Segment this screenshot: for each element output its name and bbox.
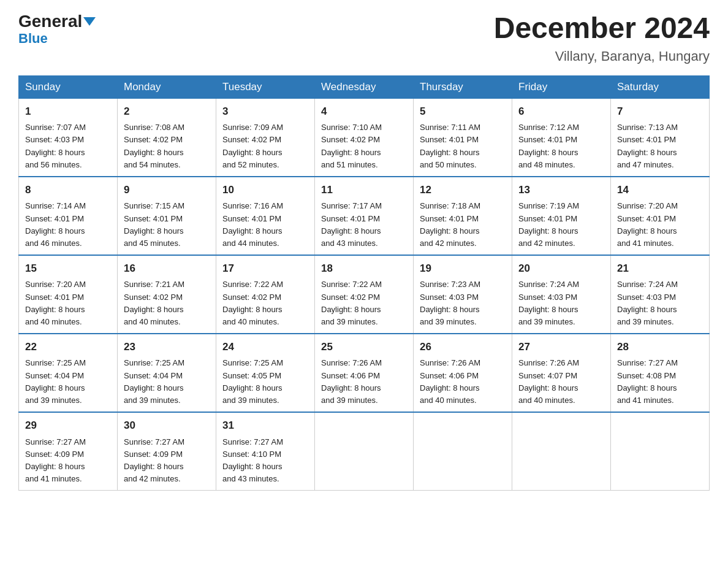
day-info: Sunrise: 7:27 AMSunset: 4:09 PMDaylight:…: [25, 437, 86, 483]
day-cell: 21 Sunrise: 7:24 AMSunset: 4:03 PMDaylig…: [611, 255, 710, 334]
header-sunday: Sunday: [19, 75, 118, 98]
day-cell: 4 Sunrise: 7:10 AMSunset: 4:02 PMDayligh…: [315, 98, 414, 177]
day-cell: 27 Sunrise: 7:26 AMSunset: 4:07 PMDaylig…: [512, 334, 611, 412]
day-info: Sunrise: 7:26 AMSunset: 4:06 PMDaylight:…: [420, 358, 480, 404]
day-number: 17: [222, 261, 308, 277]
day-cell: 13 Sunrise: 7:19 AMSunset: 4:01 PMDaylig…: [512, 177, 611, 255]
day-cell: 22 Sunrise: 7:25 AMSunset: 4:04 PMDaylig…: [19, 334, 118, 412]
day-cell: 11 Sunrise: 7:17 AMSunset: 4:01 PMDaylig…: [315, 177, 414, 255]
week-row-4: 22 Sunrise: 7:25 AMSunset: 4:04 PMDaylig…: [19, 334, 710, 412]
header-saturday: Saturday: [611, 75, 710, 98]
day-info: Sunrise: 7:27 AMSunset: 4:10 PMDaylight:…: [222, 437, 283, 483]
header-row: SundayMondayTuesdayWednesdayThursdayFrid…: [19, 75, 710, 98]
day-number: 30: [124, 418, 210, 434]
day-cell: 3 Sunrise: 7:09 AMSunset: 4:02 PMDayligh…: [216, 98, 315, 177]
day-info: Sunrise: 7:16 AMSunset: 4:01 PMDaylight:…: [222, 201, 283, 247]
day-number: 18: [321, 261, 407, 277]
header-monday: Monday: [118, 75, 216, 98]
day-info: Sunrise: 7:20 AMSunset: 4:01 PMDaylight:…: [25, 280, 86, 326]
title-section: December 2024 Villany, Baranya, Hungary: [494, 12, 710, 64]
day-number: 20: [518, 261, 604, 277]
day-cell: 14 Sunrise: 7:20 AMSunset: 4:01 PMDaylig…: [611, 177, 710, 255]
day-number: 26: [420, 339, 506, 355]
day-number: 23: [124, 339, 210, 355]
day-info: Sunrise: 7:11 AMSunset: 4:01 PMDaylight:…: [420, 123, 480, 169]
day-number: 27: [518, 339, 604, 355]
day-info: Sunrise: 7:14 AMSunset: 4:01 PMDaylight:…: [25, 201, 86, 247]
day-number: 2: [124, 104, 210, 120]
day-cell: 15 Sunrise: 7:20 AMSunset: 4:01 PMDaylig…: [19, 255, 118, 334]
day-number: 6: [518, 104, 604, 120]
day-cell: 17 Sunrise: 7:22 AMSunset: 4:02 PMDaylig…: [216, 255, 315, 334]
header-wednesday: Wednesday: [315, 75, 414, 98]
logo-text: General: [18, 12, 96, 31]
header-friday: Friday: [512, 75, 611, 98]
day-cell: 7 Sunrise: 7:13 AMSunset: 4:01 PMDayligh…: [611, 98, 710, 177]
day-number: 14: [617, 182, 703, 198]
day-cell: 16 Sunrise: 7:21 AMSunset: 4:02 PMDaylig…: [118, 255, 216, 334]
day-number: 22: [25, 339, 111, 355]
day-cell: 26 Sunrise: 7:26 AMSunset: 4:06 PMDaylig…: [414, 334, 512, 412]
day-number: 16: [124, 261, 210, 277]
day-number: 28: [617, 339, 703, 355]
day-cell: 19 Sunrise: 7:23 AMSunset: 4:03 PMDaylig…: [414, 255, 512, 334]
day-number: 19: [420, 261, 506, 277]
day-number: 25: [321, 339, 407, 355]
day-info: Sunrise: 7:18 AMSunset: 4:01 PMDaylight:…: [420, 201, 480, 247]
day-info: Sunrise: 7:19 AMSunset: 4:01 PMDaylight:…: [518, 201, 579, 247]
day-cell: 20 Sunrise: 7:24 AMSunset: 4:03 PMDaylig…: [512, 255, 611, 334]
logo-blue: Blue: [18, 31, 48, 46]
day-number: 7: [617, 104, 703, 120]
day-number: 1: [25, 104, 111, 120]
day-info: Sunrise: 7:22 AMSunset: 4:02 PMDaylight:…: [321, 280, 382, 326]
day-info: Sunrise: 7:23 AMSunset: 4:03 PMDaylight:…: [420, 280, 480, 326]
day-info: Sunrise: 7:24 AMSunset: 4:03 PMDaylight:…: [518, 280, 579, 326]
day-number: 21: [617, 261, 703, 277]
day-cell: 23 Sunrise: 7:25 AMSunset: 4:04 PMDaylig…: [118, 334, 216, 412]
day-cell: 5 Sunrise: 7:11 AMSunset: 4:01 PMDayligh…: [414, 98, 512, 177]
day-info: Sunrise: 7:07 AMSunset: 4:03 PMDaylight:…: [25, 123, 86, 169]
day-number: 24: [222, 339, 308, 355]
day-info: Sunrise: 7:21 AMSunset: 4:02 PMDaylight:…: [124, 280, 184, 326]
day-info: Sunrise: 7:25 AMSunset: 4:04 PMDaylight:…: [25, 358, 86, 404]
day-cell: 9 Sunrise: 7:15 AMSunset: 4:01 PMDayligh…: [118, 177, 216, 255]
week-row-1: 1 Sunrise: 7:07 AMSunset: 4:03 PMDayligh…: [19, 98, 710, 177]
location-title: Villany, Baranya, Hungary: [494, 48, 710, 64]
day-cell: 24 Sunrise: 7:25 AMSunset: 4:05 PMDaylig…: [216, 334, 315, 412]
calendar-table: SundayMondayTuesdayWednesdayThursdayFrid…: [18, 75, 710, 491]
day-cell: [414, 412, 512, 491]
day-cell: 2 Sunrise: 7:08 AMSunset: 4:02 PMDayligh…: [118, 98, 216, 177]
day-info: Sunrise: 7:27 AMSunset: 4:08 PMDaylight:…: [617, 358, 678, 404]
day-number: 29: [25, 418, 111, 434]
day-cell: [315, 412, 414, 491]
day-info: Sunrise: 7:22 AMSunset: 4:02 PMDaylight:…: [222, 280, 283, 326]
day-cell: 1 Sunrise: 7:07 AMSunset: 4:03 PMDayligh…: [19, 98, 118, 177]
header-thursday: Thursday: [414, 75, 512, 98]
day-number: 4: [321, 104, 407, 120]
day-cell: 25 Sunrise: 7:26 AMSunset: 4:06 PMDaylig…: [315, 334, 414, 412]
day-number: 10: [222, 182, 308, 198]
logo: General Blue: [18, 12, 96, 46]
week-row-2: 8 Sunrise: 7:14 AMSunset: 4:01 PMDayligh…: [19, 177, 710, 255]
logo-general: General: [18, 12, 96, 31]
day-info: Sunrise: 7:26 AMSunset: 4:07 PMDaylight:…: [518, 358, 579, 404]
day-number: 15: [25, 261, 111, 277]
day-cell: 30 Sunrise: 7:27 AMSunset: 4:09 PMDaylig…: [118, 412, 216, 491]
day-number: 12: [420, 182, 506, 198]
day-info: Sunrise: 7:10 AMSunset: 4:02 PMDaylight:…: [321, 123, 382, 169]
day-cell: 6 Sunrise: 7:12 AMSunset: 4:01 PMDayligh…: [512, 98, 611, 177]
day-cell: [611, 412, 710, 491]
day-info: Sunrise: 7:13 AMSunset: 4:01 PMDaylight:…: [617, 123, 678, 169]
day-cell: 18 Sunrise: 7:22 AMSunset: 4:02 PMDaylig…: [315, 255, 414, 334]
day-info: Sunrise: 7:17 AMSunset: 4:01 PMDaylight:…: [321, 201, 382, 247]
day-info: Sunrise: 7:27 AMSunset: 4:09 PMDaylight:…: [124, 437, 184, 483]
day-info: Sunrise: 7:25 AMSunset: 4:04 PMDaylight:…: [124, 358, 184, 404]
header-tuesday: Tuesday: [216, 75, 315, 98]
day-cell: 29 Sunrise: 7:27 AMSunset: 4:09 PMDaylig…: [19, 412, 118, 491]
logo-triangle-icon: [83, 17, 96, 26]
day-info: Sunrise: 7:12 AMSunset: 4:01 PMDaylight:…: [518, 123, 579, 169]
day-cell: [512, 412, 611, 491]
day-number: 11: [321, 182, 407, 198]
day-cell: 31 Sunrise: 7:27 AMSunset: 4:10 PMDaylig…: [216, 412, 315, 491]
month-title: December 2024: [494, 12, 710, 45]
